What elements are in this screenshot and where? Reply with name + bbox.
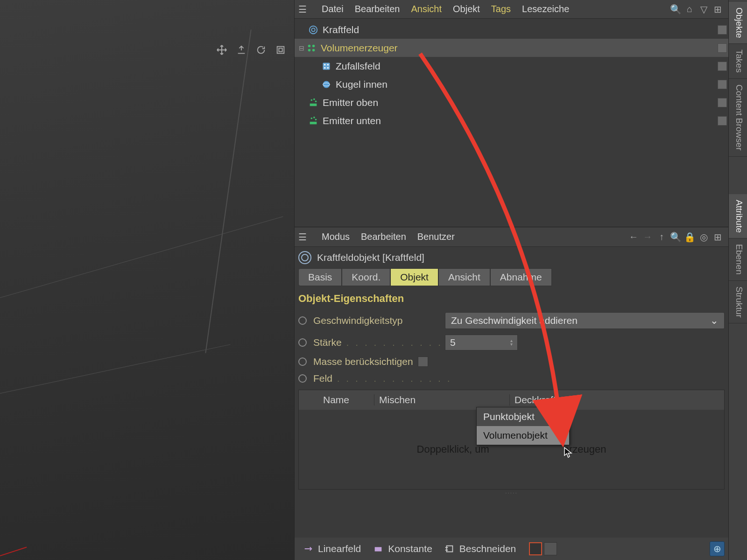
layer-toggle[interactable] [718, 116, 727, 126]
rotate-icon[interactable] [254, 43, 268, 57]
tree-item-zufallsfeld[interactable]: Zufallsfeld ⠇✓ [295, 57, 728, 75]
col-name: Name [318, 394, 374, 406]
beschneiden-button[interactable]: Beschneiden [440, 543, 520, 555]
move-icon[interactable] [215, 43, 229, 57]
ctx-punktobjekt[interactable]: Punktobjekt [477, 407, 569, 426]
forcefield-icon [298, 251, 311, 264]
viewport[interactable] [0, 0, 295, 560]
hamburger-icon[interactable]: ☰ [298, 231, 312, 243]
keyframe-dot[interactable] [298, 374, 307, 383]
side-tabs: Objekte Takes Content Browser Attribute … [728, 0, 747, 560]
tab-objekt[interactable]: Objekt [390, 268, 438, 286]
tree-item-volumenerzeuger[interactable]: ⊟ Volumenerzeuger ⠇✓ [295, 39, 728, 57]
attribute-tabs: Basis Koord. Objekt Ansicht Abnahme [295, 268, 728, 286]
konstante-button[interactable]: Konstante [368, 543, 436, 555]
grid-line [205, 29, 251, 353]
svg-point-12 [327, 67, 329, 68]
prop-label-field: Feld . . . . . . . . . . . . . [313, 373, 452, 384]
add-panel-icon[interactable]: ⊞ [711, 2, 725, 16]
record-icon[interactable]: ◎ [697, 230, 711, 244]
prop-label-strength: Stärke . . . . . . . . . . . [313, 337, 444, 348]
zoom-icon[interactable] [234, 43, 248, 57]
layer-toggle[interactable] [718, 25, 727, 35]
sidetab-struktur[interactable]: Struktur [729, 281, 747, 324]
svg-point-4 [308, 44, 311, 47]
collapse-icon[interactable]: ⊟ [297, 44, 306, 52]
col-mix: Mischen [374, 394, 510, 406]
layer-button[interactable] [529, 542, 542, 555]
object-manager: ☰ Datei Bearbeiten Ansicht Objekt Tags L… [295, 0, 728, 227]
svg-point-6 [308, 49, 311, 51]
menu-ansicht[interactable]: Ansicht [405, 4, 447, 14]
tree-label: Volumenerzeuger [321, 42, 398, 54]
add-panel-icon[interactable]: ⊞ [711, 230, 725, 244]
sidetab-takes[interactable]: Takes [729, 44, 747, 79]
svg-rect-0 [277, 47, 284, 54]
menu-bearbeiten[interactable]: Bearbeiten [349, 4, 406, 14]
menu-objekt[interactable]: Objekt [447, 4, 486, 14]
menu-lesezeichen[interactable]: Lesezeiche [516, 4, 575, 14]
svg-point-11 [324, 67, 325, 68]
sphere-icon [321, 79, 332, 90]
clip-icon [444, 543, 456, 555]
resize-handle[interactable]: ····· [295, 490, 728, 496]
search-icon[interactable]: 🔍 [669, 2, 683, 16]
input-value: 5 [450, 337, 456, 348]
keyframe-dot[interactable] [298, 316, 307, 325]
search-icon[interactable]: 🔍 [669, 230, 683, 244]
nav-fwd-icon: → [641, 230, 655, 244]
object-tree[interactable]: Kraftfeld ⠇✓ ⊟ Volumenerzeuger ⠇✓ [295, 19, 728, 227]
tree-item-emitter-unten[interactable]: Emitter unten ⠇✓ [295, 112, 728, 130]
home-icon[interactable]: ⌂ [683, 2, 697, 16]
attribute-manager: ☰ Modus Bearbeiten Benutzer ← → ↑ 🔍 🔒 ◎ … [295, 227, 728, 560]
sidetab-content[interactable]: Content Browser [729, 79, 747, 157]
tab-abnahme[interactable]: Abnahme [490, 268, 552, 286]
svg-rect-24 [446, 546, 452, 552]
menu-bearbeiten[interactable]: Bearbeiten [355, 231, 412, 242]
field-drop-area[interactable]: Doppelklick, um erzeugen Punktobjekt Vol… [299, 410, 724, 489]
filter-icon[interactable]: ▽ [697, 2, 711, 16]
tree-label: Emitter oben [323, 97, 378, 108]
layer-toggle[interactable] [718, 43, 727, 53]
tree-item-kraftfeld[interactable]: Kraftfeld ⠇✓ [295, 21, 728, 39]
frame-icon[interactable] [274, 43, 288, 57]
nav-back-icon[interactable]: ← [627, 230, 641, 244]
prop-label-velocity: Geschwindigkeitstyp [313, 315, 444, 326]
velocity-dropdown[interactable]: Zu Geschwindigkeit addieren ⌄ [445, 312, 725, 329]
ctx-volumenobjekt[interactable]: Volumenobjekt [477, 426, 569, 445]
tab-basis[interactable]: Basis [298, 268, 342, 286]
field-table: Name Mischen Deckkraft Doppelklick, um e… [298, 390, 725, 490]
layer-toggle[interactable] [718, 80, 727, 89]
menu-modus[interactable]: Modus [316, 231, 355, 242]
prop-label-mass: Masse berücksichtigen [313, 356, 413, 367]
menu-tags[interactable]: Tags [486, 4, 516, 14]
layer-toggle[interactable] [718, 62, 727, 71]
sidetab-attribute[interactable]: Attribute [729, 194, 747, 239]
lock-icon[interactable]: 🔒 [683, 230, 697, 244]
linear-field-icon [302, 543, 314, 555]
svg-point-13 [323, 81, 330, 88]
nav-up-icon[interactable]: ↑ [655, 230, 669, 244]
tree-label: Emitter unten [323, 115, 381, 126]
svg-point-3 [311, 28, 315, 31]
spinner-icon[interactable]: ▴▾ [510, 339, 513, 346]
strength-input[interactable]: 5 ▴▾ [445, 335, 518, 350]
tab-koord[interactable]: Koord. [342, 268, 390, 286]
tree-item-kugel[interactable]: Kugel innen ⠇✓ [295, 75, 728, 93]
hamburger-icon[interactable]: ☰ [298, 4, 312, 15]
context-menu: Punktobjekt Volumenobjekt [476, 407, 570, 445]
tree-item-emitter-oben[interactable]: Emitter oben ⠇✓ [295, 93, 728, 112]
layer-toggle[interactable] [718, 98, 727, 107]
menu-benutzer[interactable]: Benutzer [412, 231, 460, 242]
mass-checkbox[interactable] [418, 357, 428, 367]
add-field-button[interactable]: ⊕ [710, 541, 725, 556]
menu-datei[interactable]: Datei [316, 4, 349, 14]
keyframe-dot[interactable] [298, 338, 307, 347]
keyframe-dot[interactable] [298, 357, 307, 366]
svg-rect-15 [310, 103, 317, 106]
sidetab-objekte[interactable]: Objekte [729, 2, 747, 44]
sidetab-ebenen[interactable]: Ebenen [729, 238, 747, 281]
linearfeld-button[interactable]: Linearfeld [298, 543, 365, 555]
tab-ansicht[interactable]: Ansicht [438, 268, 490, 286]
folder-button[interactable] [544, 542, 557, 555]
